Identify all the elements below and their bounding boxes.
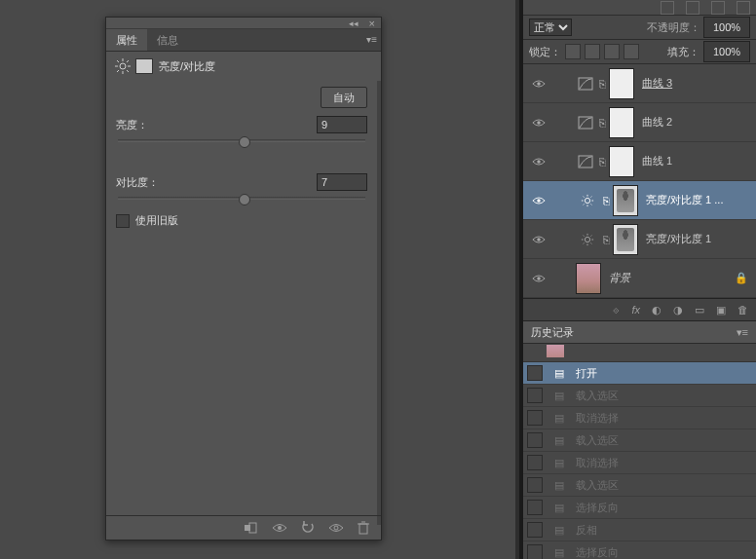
contrast-label: 对比度：	[116, 175, 159, 190]
doc-icon: ▤	[552, 546, 566, 559]
fx-icon[interactable]: fx	[631, 304, 640, 316]
brightness-input[interactable]	[317, 116, 367, 133]
layer-name[interactable]: 亮度/对比度 1	[646, 232, 748, 246]
eye-icon[interactable]	[523, 116, 554, 130]
svg-point-18	[537, 121, 541, 125]
history-item[interactable]: ▤选择反向	[523, 497, 756, 519]
history-item[interactable]: ▤载入选区	[523, 474, 756, 497]
filter-icon[interactable]	[661, 1, 674, 15]
doc-icon: ▤	[552, 390, 566, 402]
filter-icon2[interactable]	[686, 1, 699, 15]
history-item[interactable]: ▤取消选择	[523, 407, 756, 429]
svg-line-29	[591, 204, 592, 205]
layers-list: ⎘ 曲线 3 ⎘ 曲线 2 ⎘ 曲线 1	[523, 64, 756, 298]
trash-icon[interactable]: 🗑	[737, 304, 748, 316]
tab-properties[interactable]: 属性	[106, 29, 147, 51]
panel-menu-icon[interactable]: ▾≡	[366, 34, 377, 45]
svg-line-41	[584, 242, 585, 243]
link-icon: ⎘	[595, 78, 609, 90]
contrast-slider[interactable]	[118, 197, 365, 200]
reset-icon[interactable]	[301, 521, 315, 535]
trash-icon[interactable]	[358, 521, 369, 535]
eye-icon[interactable]	[523, 155, 554, 168]
lock-paint-icon[interactable]	[585, 44, 600, 59]
group-icon[interactable]: ▭	[695, 304, 704, 317]
close-icon[interactable]: ×	[369, 18, 375, 29]
brightness-slider[interactable]	[118, 139, 365, 142]
layer-thumbnail[interactable]	[576, 263, 601, 294]
mask-icon[interactable]: ◐	[652, 304, 662, 317]
mask-thumbnail[interactable]	[613, 185, 638, 216]
svg-point-12	[334, 526, 338, 530]
opacity-input[interactable]	[703, 17, 750, 38]
layer-row[interactable]: ⎘ 曲线 1	[523, 142, 756, 181]
doc-icon: ▤	[552, 434, 566, 447]
layer-name[interactable]: 背景	[609, 271, 735, 285]
svg-point-11	[278, 526, 282, 530]
svg-point-23	[585, 198, 589, 203]
link-layers-icon[interactable]: ⟐	[613, 304, 620, 316]
svg-line-6	[127, 70, 129, 72]
svg-line-28	[584, 196, 585, 197]
layer-name[interactable]: 曲线 3	[642, 76, 748, 91]
svg-rect-13	[359, 524, 367, 534]
new-layer-icon[interactable]: ▣	[716, 304, 726, 317]
history-list: ▤打开 ▤载入选区 ▤取消选择 ▤载入选区 ▤取消选择 ▤载入选区 ▤选择反向 …	[523, 362, 756, 559]
blend-mode-select[interactable]: 正常	[529, 19, 572, 36]
svg-point-0	[120, 63, 126, 69]
mask-thumbnail[interactable]	[613, 224, 638, 255]
eye-icon[interactable]	[328, 523, 344, 533]
mask-thumbnail[interactable]	[609, 68, 634, 99]
lock-all-icon[interactable]	[624, 44, 639, 59]
mask-thumbnail[interactable]	[609, 107, 634, 138]
svg-line-8	[117, 70, 119, 72]
svg-line-31	[584, 204, 585, 205]
layer-row[interactable]: ⎘ 曲线 2	[523, 103, 756, 142]
layer-row[interactable]: 背景 🔒	[523, 259, 756, 298]
eye-icon[interactable]	[523, 77, 554, 91]
auto-button[interactable]: 自动	[321, 87, 367, 108]
layer-row[interactable]: ⎘ 亮度/对比度 1	[523, 220, 756, 259]
mask-thumbnail[interactable]	[609, 146, 634, 177]
layer-row[interactable]: ⎘ 亮度/对比度 1 ...	[523, 181, 756, 220]
svg-rect-21	[579, 156, 592, 168]
svg-line-7	[127, 60, 129, 62]
eye-icon[interactable]	[523, 194, 554, 207]
filter-icon3[interactable]	[711, 1, 725, 15]
contrast-input[interactable]	[317, 173, 367, 191]
legacy-checkbox[interactable]	[116, 214, 130, 228]
brightness-label: 亮度：	[116, 118, 148, 132]
history-item[interactable]: ▤选择反向	[523, 541, 756, 559]
doc-icon: ▤	[552, 412, 566, 425]
tab-info[interactable]: 信息	[147, 29, 188, 51]
svg-rect-17	[579, 78, 592, 90]
collapse-icon[interactable]: ◂◂	[349, 19, 359, 28]
history-item[interactable]: ▤取消选择	[523, 452, 756, 474]
fill-input[interactable]	[703, 41, 750, 62]
layer-name[interactable]: 曲线 2	[642, 115, 748, 130]
opacity-label: 不透明度：	[647, 21, 700, 33]
snapshot-row[interactable]	[523, 344, 756, 362]
eye-icon[interactable]	[523, 272, 554, 285]
brightness-icon	[114, 57, 132, 75]
layer-name[interactable]: 亮度/对比度 1 ...	[646, 193, 748, 207]
lock-move-icon[interactable]	[604, 44, 620, 59]
layer-row[interactable]: ⎘ 曲线 3	[523, 64, 756, 103]
visibility-toggle-icon[interactable]	[272, 523, 287, 533]
eye-icon[interactable]	[523, 233, 554, 246]
history-item[interactable]: ▤打开	[523, 362, 756, 385]
link-icon: ⎘	[599, 234, 613, 245]
svg-point-32	[537, 238, 541, 242]
lock-pixels-icon[interactable]	[565, 44, 581, 59]
fill-label: 填充：	[667, 45, 699, 59]
layer-name[interactable]: 曲线 1	[642, 154, 748, 168]
history-item[interactable]: ▤载入选区	[523, 429, 756, 452]
panel-menu-icon[interactable]: ▾≡	[737, 326, 748, 339]
history-item[interactable]: ▤载入选区	[523, 385, 756, 407]
curves-icon	[576, 155, 595, 168]
svg-point-22	[537, 199, 541, 203]
filter-icon4[interactable]	[737, 1, 750, 15]
history-item[interactable]: ▤反相	[523, 519, 756, 541]
clip-icon[interactable]	[243, 522, 258, 534]
adjustment-icon[interactable]: ◑	[673, 304, 683, 317]
